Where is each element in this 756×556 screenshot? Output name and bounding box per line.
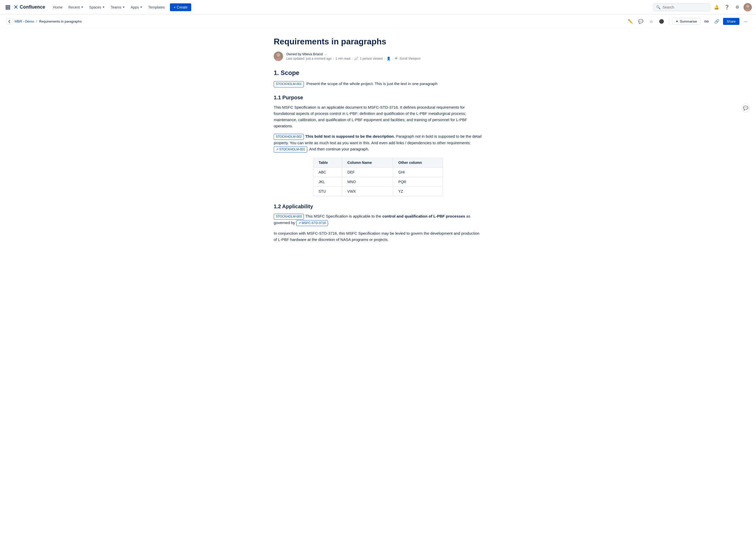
logo-text: Confluence [20, 4, 45, 10]
table-cell: VWX [342, 186, 393, 196]
more-options-button[interactable]: ··· [742, 17, 750, 26]
link-icon: 🔗 [714, 19, 719, 24]
table-header-row: Table Column Name Other column [314, 158, 443, 167]
stockholm-001-tag[interactable]: STOCKHOLM-001 [274, 81, 304, 87]
applicability-para2: In conjunction with MSFC-STD-3716, this … [274, 230, 482, 243]
comment-icon: 💬 [638, 19, 644, 24]
table-cell: ABC [314, 167, 342, 177]
purpose-table: Table Column Name Other column ABCDEFGHI… [313, 158, 443, 196]
breadcrumb-separator: / [36, 20, 37, 23]
meta-sep1: · [333, 57, 334, 61]
table-header-col1: Table [314, 158, 342, 167]
page-layout: Requirements in paragraphs Owned by Mile… [0, 28, 756, 259]
table-cell: MNO [342, 177, 393, 186]
recent-chevron-icon: ▼ [81, 6, 84, 8]
table-row: STUVWXYZ [314, 186, 443, 196]
share-button[interactable]: Share [723, 18, 739, 25]
breadcrumb-current-page: Requirements in paragraphs [39, 20, 82, 23]
svg-rect-4 [7, 7, 8, 8]
author-avatar [274, 51, 283, 61]
table-cell: GHI [393, 167, 443, 177]
nav-menu: Home Recent ▼ Spaces ▼ Teams ▼ Apps ▼ Te… [50, 3, 652, 11]
share-label: Share [727, 20, 736, 23]
star-button[interactable]: ☆ [647, 17, 655, 26]
watch-icon: ⚫ [659, 19, 664, 24]
svg-point-13 [276, 53, 280, 57]
no-index-button[interactable]: no [702, 17, 711, 26]
help-button[interactable]: ❓ [723, 3, 731, 11]
user-avatar[interactable] [744, 3, 752, 11]
link-button[interactable]: 🔗 [713, 17, 721, 26]
no-icon: no [704, 19, 709, 23]
spaces-chevron-icon: ▼ [102, 6, 105, 8]
notifications-button[interactable]: 🔔 [713, 3, 721, 11]
nav-spaces[interactable]: Spaces ▼ [87, 4, 108, 11]
purpose-after-link: . And then continue your paragraph. [307, 147, 369, 151]
teams-chevron-icon: ▼ [122, 6, 125, 8]
search-bar[interactable]: 🔍 [653, 3, 710, 11]
meta-info: Owned by Mileva Briand ··· Last updated:… [286, 52, 420, 61]
sidebar-toggle[interactable]: ❮ [6, 18, 12, 24]
page-title: Requirements in paragraphs [274, 37, 482, 46]
navbar: ✕ Confluence Home Recent ▼ Spaces ▼ Team… [0, 0, 756, 14]
nav-templates-label: Templates [148, 5, 165, 9]
bell-icon: 🔔 [714, 5, 719, 10]
nav-recent-label: Recent [68, 5, 80, 9]
settings-button[interactable]: ⚙ [733, 3, 742, 11]
stockholm-003-tag[interactable]: STOCKHOLM-003 [274, 214, 304, 220]
search-icon: 🔍 [656, 5, 660, 9]
stockholm-002-tag[interactable]: STOCKHOLM-002 [274, 134, 304, 140]
nav-teams[interactable]: Teams ▼ [108, 4, 127, 11]
owner-more-button[interactable]: ··· [324, 52, 327, 56]
nav-apps-label: Apps [131, 5, 139, 9]
edit-button[interactable]: ✏️ [626, 17, 634, 26]
table-cell: PQR [393, 177, 443, 186]
nav-apps[interactable]: Apps ▼ [128, 4, 145, 11]
stockholm-001-link[interactable]: ↗ STOCKHOLM-001 [274, 146, 307, 152]
star-icon: ☆ [649, 19, 653, 24]
nav-spaces-label: Spaces [89, 5, 101, 9]
nav-recent[interactable]: Recent ▼ [66, 4, 86, 11]
nav-home[interactable]: Home [50, 4, 65, 11]
table-cell: STU [314, 186, 342, 196]
gear-icon: ⚙ [735, 5, 739, 10]
chevron-left-icon: ❮ [8, 20, 11, 23]
search-input[interactable] [663, 5, 708, 9]
summarise-button[interactable]: ✦ Summarise [672, 18, 700, 25]
svg-rect-3 [6, 7, 7, 8]
table-cell: JKL [314, 177, 342, 186]
watch-button[interactable]: ⚫ [657, 17, 666, 26]
scope-heading: 1. Scope [274, 69, 482, 76]
applicability-bold-text: control and qualification of L-PBF proce… [383, 214, 465, 218]
create-button[interactable]: + Create [170, 3, 191, 11]
meta-sep4: · [392, 57, 393, 61]
meta-sep2: · [352, 57, 353, 61]
nav-home-label: Home [53, 5, 63, 9]
svg-point-10 [746, 5, 749, 8]
nav-templates[interactable]: Templates [145, 4, 167, 11]
purpose-heading: 1.1 Purpose [274, 95, 482, 101]
breadcrumb-space-link[interactable]: MBR - Démo [14, 20, 34, 23]
read-time-text: 1 min read [335, 57, 350, 61]
svg-rect-8 [9, 8, 10, 10]
divider [669, 18, 669, 24]
side-comment-button[interactable]: 💬 [742, 104, 750, 112]
svg-rect-6 [6, 8, 7, 10]
navbar-right: 🔍 🔔 ❓ ⚙ [653, 3, 752, 11]
viewed-text: 1 person viewed [360, 57, 383, 61]
nav-teams-label: Teams [110, 5, 121, 9]
ai-icon: ✦ [676, 20, 679, 23]
logo[interactable]: ✕ Confluence [13, 4, 45, 11]
scope-text: Present the scope of the whole project. … [306, 81, 437, 86]
grid-icon[interactable] [4, 4, 11, 11]
content-area: Requirements in paragraphs Owned by Mile… [261, 28, 495, 259]
applicability-para1: STOCKHOLM-003This MSFC Specification is … [274, 213, 482, 226]
purpose-req-para: STOCKHOLM-002This bold text is supposed … [274, 133, 482, 152]
people-icon: 👤 [387, 57, 391, 61]
msfc-std-3716-link[interactable]: ↗ MSFC-STD-3716 [296, 220, 328, 226]
meta-owner: Owned by Mileva Briand ··· [286, 52, 420, 56]
comment-button[interactable]: 💬 [637, 17, 645, 26]
table-row: JKLMNOPQR [314, 177, 443, 186]
table-header-col3: Other column [393, 158, 443, 167]
applicability-heading: 1.2 Applicability [274, 204, 482, 210]
